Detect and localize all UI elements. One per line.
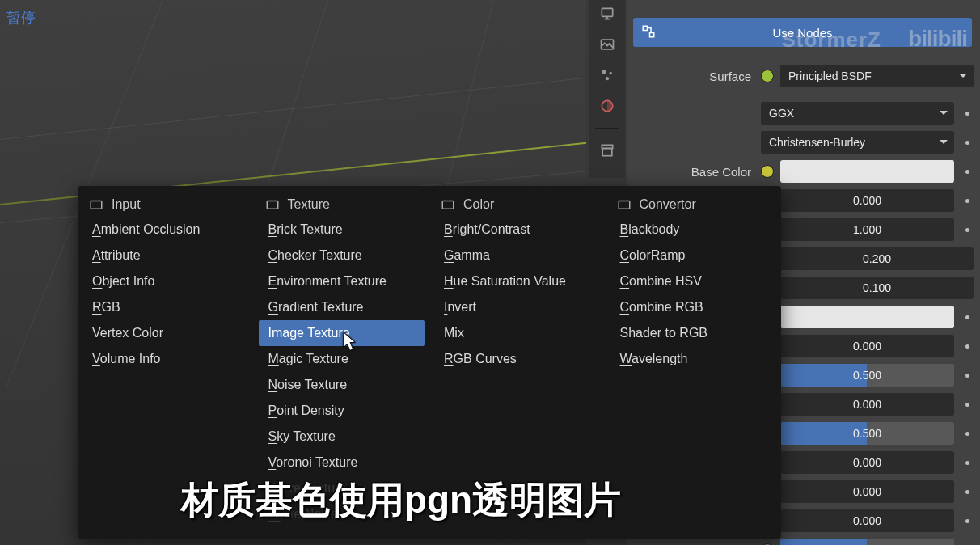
- nodes-icon: [641, 24, 656, 41]
- folder-icon: [441, 197, 455, 212]
- sheen-slider[interactable]: 0.000: [780, 509, 954, 532]
- svg-rect-0: [602, 8, 612, 16]
- menu-item[interactable]: Ambient Occlusion: [82, 217, 249, 243]
- menu-item[interactable]: RGB: [82, 294, 249, 320]
- svg-rect-7: [602, 149, 612, 156]
- svg-rect-13: [619, 201, 630, 209]
- pin-icon[interactable]: [961, 112, 974, 116]
- pin-icon[interactable]: [961, 315, 974, 319]
- base-color-swatch[interactable]: [780, 160, 954, 183]
- menu-item[interactable]: Combine RGB: [610, 294, 777, 320]
- svg-point-2: [602, 70, 606, 74]
- anisotropic-slider[interactable]: 0.000: [780, 451, 954, 474]
- pause-label[interactable]: 暂停: [6, 8, 36, 27]
- specular-slider[interactable]: 0.500: [780, 364, 954, 387]
- svg-point-4: [605, 77, 608, 80]
- menu-item[interactable]: Hue Saturation Value: [434, 268, 601, 294]
- subsurface-slider[interactable]: 0.000: [780, 189, 954, 212]
- surface-shader-value: Principled BSDF: [788, 70, 872, 82]
- watermark-site: bilibili: [908, 26, 967, 52]
- surface-label: Surface: [632, 70, 761, 83]
- pin-icon[interactable]: [961, 228, 974, 232]
- menu-item[interactable]: ColorRamp: [610, 243, 777, 268]
- anisotropic-rotation-slider[interactable]: 0.000: [780, 480, 954, 503]
- menu-item[interactable]: Sky Texture: [259, 424, 425, 450]
- menu-item[interactable]: Bright/Contrast: [434, 217, 601, 243]
- sheen-tint-slider[interactable]: 0.500: [780, 539, 954, 545]
- svg-rect-9: [650, 33, 654, 37]
- radius-b-slider[interactable]: 0.100: [780, 277, 974, 299]
- metallic-slider[interactable]: 0.000: [780, 335, 954, 357]
- menu-item[interactable]: Blackbody: [610, 217, 777, 243]
- pin-icon[interactable]: [961, 519, 974, 523]
- menu-item[interactable]: Point Density: [259, 398, 425, 424]
- menu-item[interactable]: Brick Texture: [259, 217, 425, 243]
- specular-tint-slider[interactable]: 0.000: [780, 393, 954, 416]
- menu-item[interactable]: Magic Texture: [259, 346, 425, 372]
- menu-item[interactable]: Gradient Texture: [259, 294, 425, 320]
- sss-method-dropdown[interactable]: Christensen-Burley: [761, 131, 954, 154]
- svg-rect-8: [643, 26, 647, 30]
- roughness-slider[interactable]: 0.500: [780, 422, 954, 445]
- pin-icon[interactable]: [961, 170, 974, 174]
- pin-icon[interactable]: [961, 432, 974, 436]
- folder-icon: [617, 197, 632, 212]
- color-socket-icon[interactable]: [761, 165, 774, 178]
- distribution-dropdown[interactable]: GGX: [761, 102, 954, 125]
- menu-item[interactable]: RGB Curves: [434, 346, 601, 372]
- pin-icon[interactable]: [961, 461, 974, 465]
- properties-tabs: [589, 0, 625, 178]
- menu-item[interactable]: Invert: [434, 294, 601, 320]
- separator: [595, 128, 619, 129]
- menu-item[interactable]: Gamma: [434, 243, 601, 268]
- folder-icon: [89, 197, 103, 212]
- base-color-label: Base Color: [632, 165, 761, 179]
- menu-header-texture: Texture: [259, 192, 425, 217]
- menu-item[interactable]: Vertex Color: [82, 320, 249, 346]
- material-tab-icon[interactable]: [597, 95, 618, 116]
- subsurface-radius-slider[interactable]: 1.000: [780, 218, 954, 241]
- subsurface-color-swatch[interactable]: [780, 306, 954, 328]
- watermark-user: StormerZ: [781, 27, 881, 53]
- surface-row: Surface Principled BSDF: [632, 61, 974, 91]
- menu-item[interactable]: Mix: [434, 320, 601, 346]
- surface-shader-dropdown[interactable]: Principled BSDF: [780, 65, 974, 87]
- menu-item[interactable]: Image Texture: [259, 320, 425, 346]
- pin-icon[interactable]: [961, 403, 974, 407]
- menu-item[interactable]: Combine HSV: [610, 268, 777, 294]
- particles-tab-icon[interactable]: [597, 65, 618, 86]
- menu-item[interactable]: Object Info: [82, 268, 249, 294]
- pin-icon[interactable]: [961, 141, 974, 145]
- menu-item[interactable]: Attribute: [82, 243, 249, 268]
- svg-rect-10: [91, 201, 102, 209]
- shader-socket-icon[interactable]: [761, 70, 774, 82]
- pin-icon[interactable]: [961, 374, 974, 378]
- menu-item[interactable]: Environment Texture: [259, 268, 425, 294]
- menu-item[interactable]: Shader to RGB: [610, 320, 777, 346]
- menu-item[interactable]: Volume Info: [82, 346, 249, 372]
- pin-icon[interactable]: [961, 490, 974, 494]
- radius-g-slider[interactable]: 0.200: [780, 247, 974, 270]
- image-tab-icon[interactable]: [597, 34, 618, 55]
- svg-rect-12: [442, 201, 454, 209]
- folder-icon: [265, 197, 280, 212]
- menu-item[interactable]: Wavelength: [610, 346, 777, 372]
- menu-header-color: Color: [434, 192, 601, 217]
- svg-point-3: [609, 72, 611, 74]
- menu-header-input: Input: [82, 192, 249, 217]
- svg-rect-11: [267, 201, 278, 209]
- output-tab-icon[interactable]: [597, 3, 618, 24]
- pin-icon[interactable]: [961, 199, 974, 203]
- archive-tab-icon[interactable]: [597, 140, 618, 161]
- menu-header-convertor: Convertor: [610, 192, 777, 217]
- pin-icon[interactable]: [961, 344, 974, 349]
- menu-item[interactable]: Checker Texture: [259, 243, 425, 268]
- video-subtitle: 材质基色使用pgn透明图片: [78, 471, 724, 534]
- menu-item[interactable]: Noise Texture: [259, 372, 425, 398]
